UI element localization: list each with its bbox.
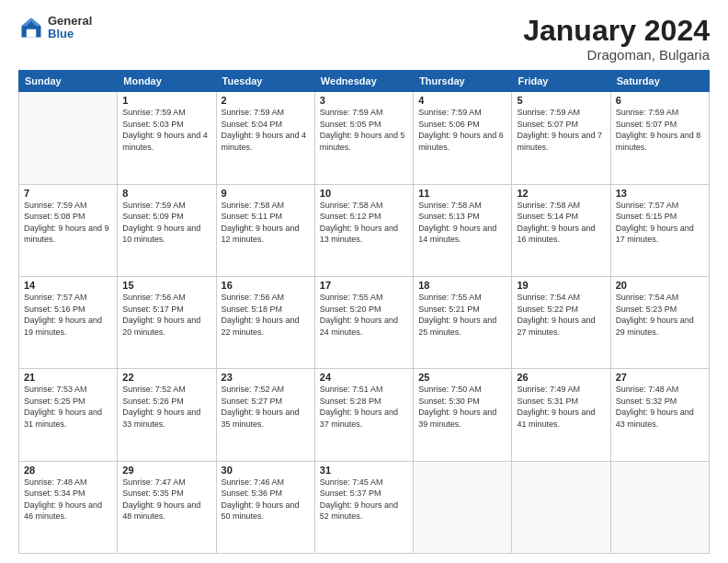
week-row-4: 21Sunrise: 7:53 AMSunset: 5:25 PMDayligh… <box>19 369 710 461</box>
calendar-cell-w5-d2: 30Sunrise: 7:46 AMSunset: 5:36 PMDayligh… <box>216 461 314 553</box>
day-info: Sunrise: 7:51 AMSunset: 5:28 PMDaylight:… <box>320 384 408 430</box>
day-info: Sunrise: 7:58 AMSunset: 5:14 PMDaylight:… <box>517 200 605 246</box>
week-row-2: 7Sunrise: 7:59 AMSunset: 5:08 PMDaylight… <box>19 184 710 276</box>
logo-icon <box>18 15 44 40</box>
day-info: Sunrise: 7:48 AMSunset: 5:32 PMDaylight:… <box>616 384 704 430</box>
day-number: 26 <box>517 372 605 383</box>
logo-general: General <box>48 15 92 28</box>
calendar-cell-w4-d0: 21Sunrise: 7:53 AMSunset: 5:25 PMDayligh… <box>19 369 118 461</box>
day-number: 2 <box>222 95 310 106</box>
calendar-header: Sunday Monday Tuesday Wednesday Thursday… <box>19 71 710 92</box>
week-row-5: 28Sunrise: 7:48 AMSunset: 5:34 PMDayligh… <box>19 461 710 553</box>
calendar-table: Sunday Monday Tuesday Wednesday Thursday… <box>18 70 710 554</box>
calendar-cell-w4-d6: 27Sunrise: 7:48 AMSunset: 5:32 PMDayligh… <box>610 369 709 461</box>
day-number: 19 <box>517 280 605 291</box>
calendar-cell-w1-d4: 4Sunrise: 7:59 AMSunset: 5:06 PMDaylight… <box>414 92 512 184</box>
day-info: Sunrise: 7:59 AMSunset: 5:06 PMDaylight:… <box>418 107 506 153</box>
day-info: Sunrise: 7:59 AMSunset: 5:08 PMDaylight:… <box>24 200 112 246</box>
day-info: Sunrise: 7:55 AMSunset: 5:20 PMDaylight:… <box>320 292 408 338</box>
day-number: 27 <box>616 372 704 383</box>
day-number: 16 <box>222 280 310 291</box>
header-thursday: Thursday <box>414 71 512 92</box>
day-info: Sunrise: 7:49 AMSunset: 5:31 PMDaylight:… <box>517 384 605 430</box>
day-info: Sunrise: 7:55 AMSunset: 5:21 PMDaylight:… <box>418 292 506 338</box>
calendar-cell-w4-d3: 24Sunrise: 7:51 AMSunset: 5:28 PMDayligh… <box>314 369 413 461</box>
calendar-cell-w3-d0: 14Sunrise: 7:57 AMSunset: 5:16 PMDayligh… <box>19 276 118 368</box>
calendar-cell-w1-d1: 1Sunrise: 7:59 AMSunset: 5:03 PMDaylight… <box>118 92 216 184</box>
day-number: 7 <box>24 188 112 199</box>
calendar-cell-w2-d5: 12Sunrise: 7:58 AMSunset: 5:14 PMDayligh… <box>512 184 610 276</box>
subtitle: Dragoman, Bulgaria <box>523 47 710 63</box>
calendar-cell-w3-d2: 16Sunrise: 7:56 AMSunset: 5:18 PMDayligh… <box>216 276 314 368</box>
day-info: Sunrise: 7:54 AMSunset: 5:23 PMDaylight:… <box>616 292 704 338</box>
day-info: Sunrise: 7:56 AMSunset: 5:17 PMDaylight:… <box>122 292 210 338</box>
calendar-cell-w5-d3: 31Sunrise: 7:45 AMSunset: 5:37 PMDayligh… <box>314 461 413 553</box>
calendar-cell-w2-d3: 10Sunrise: 7:58 AMSunset: 5:12 PMDayligh… <box>314 184 413 276</box>
calendar-cell-w5-d0: 28Sunrise: 7:48 AMSunset: 5:34 PMDayligh… <box>19 461 118 553</box>
day-number: 1 <box>122 95 210 106</box>
day-number: 29 <box>122 465 210 476</box>
day-number: 15 <box>122 280 210 291</box>
calendar-cell-w2-d4: 11Sunrise: 7:58 AMSunset: 5:13 PMDayligh… <box>414 184 512 276</box>
calendar-cell-w2-d1: 8Sunrise: 7:59 AMSunset: 5:09 PMDaylight… <box>118 184 216 276</box>
day-number: 23 <box>222 372 310 383</box>
day-info: Sunrise: 7:59 AMSunset: 5:07 PMDaylight:… <box>517 107 605 153</box>
day-number: 4 <box>418 95 506 106</box>
day-number: 21 <box>24 372 112 383</box>
calendar-cell-w1-d2: 2Sunrise: 7:59 AMSunset: 5:04 PMDaylight… <box>216 92 314 184</box>
header-monday: Monday <box>118 71 216 92</box>
day-number: 30 <box>222 465 310 476</box>
calendar-cell-w3-d1: 15Sunrise: 7:56 AMSunset: 5:17 PMDayligh… <box>118 276 216 368</box>
calendar-cell-w1-d5: 5Sunrise: 7:59 AMSunset: 5:07 PMDaylight… <box>512 92 610 184</box>
main-title: January 2024 <box>523 15 710 47</box>
day-number: 22 <box>122 372 210 383</box>
calendar-body: 1Sunrise: 7:59 AMSunset: 5:03 PMDaylight… <box>19 92 710 554</box>
day-number: 9 <box>222 188 310 199</box>
calendar-cell-w3-d5: 19Sunrise: 7:54 AMSunset: 5:22 PMDayligh… <box>512 276 610 368</box>
calendar-cell-w4-d4: 25Sunrise: 7:50 AMSunset: 5:30 PMDayligh… <box>414 369 512 461</box>
logo-blue: Blue <box>48 28 92 40</box>
day-info: Sunrise: 7:59 AMSunset: 5:05 PMDaylight:… <box>320 107 408 153</box>
calendar-cell-w4-d5: 26Sunrise: 7:49 AMSunset: 5:31 PMDayligh… <box>512 369 610 461</box>
day-info: Sunrise: 7:56 AMSunset: 5:18 PMDaylight:… <box>222 292 310 338</box>
day-info: Sunrise: 7:52 AMSunset: 5:26 PMDaylight:… <box>122 384 210 430</box>
calendar-cell-w3-d6: 20Sunrise: 7:54 AMSunset: 5:23 PMDayligh… <box>610 276 709 368</box>
day-info: Sunrise: 7:46 AMSunset: 5:36 PMDaylight:… <box>222 477 310 523</box>
page: General Blue January 2024 Dragoman, Bulg… <box>0 0 728 563</box>
header-saturday: Saturday <box>610 71 709 92</box>
calendar-cell-w2-d0: 7Sunrise: 7:59 AMSunset: 5:08 PMDaylight… <box>19 184 118 276</box>
day-info: Sunrise: 7:45 AMSunset: 5:37 PMDaylight:… <box>320 477 408 523</box>
calendar-cell-w1-d6: 6Sunrise: 7:59 AMSunset: 5:07 PMDaylight… <box>610 92 709 184</box>
header-sunday: Sunday <box>19 71 118 92</box>
day-info: Sunrise: 7:52 AMSunset: 5:27 PMDaylight:… <box>222 384 310 430</box>
day-info: Sunrise: 7:57 AMSunset: 5:15 PMDaylight:… <box>616 200 704 246</box>
day-number: 14 <box>24 280 112 291</box>
day-info: Sunrise: 7:59 AMSunset: 5:03 PMDaylight:… <box>122 107 210 153</box>
calendar-cell-w3-d4: 18Sunrise: 7:55 AMSunset: 5:21 PMDayligh… <box>414 276 512 368</box>
day-info: Sunrise: 7:54 AMSunset: 5:22 PMDaylight:… <box>517 292 605 338</box>
day-number: 5 <box>517 95 605 106</box>
day-number: 31 <box>320 465 408 476</box>
header-tuesday: Tuesday <box>216 71 314 92</box>
day-number: 8 <box>122 188 210 199</box>
calendar-cell-w5-d5 <box>512 461 610 553</box>
svg-rect-2 <box>27 29 37 38</box>
day-number: 13 <box>616 188 704 199</box>
calendar-cell-w1-d0 <box>19 92 118 184</box>
title-area: January 2024 Dragoman, Bulgaria <box>523 15 710 63</box>
day-info: Sunrise: 7:59 AMSunset: 5:04 PMDaylight:… <box>222 107 310 153</box>
header: General Blue January 2024 Dragoman, Bulg… <box>18 15 710 63</box>
day-number: 12 <box>517 188 605 199</box>
calendar-cell-w5-d4 <box>414 461 512 553</box>
day-number: 28 <box>24 465 112 476</box>
logo-text: General Blue <box>48 15 92 41</box>
header-friday: Friday <box>512 71 610 92</box>
week-row-1: 1Sunrise: 7:59 AMSunset: 5:03 PMDaylight… <box>19 92 710 184</box>
day-info: Sunrise: 7:58 AMSunset: 5:11 PMDaylight:… <box>222 200 310 246</box>
header-wednesday: Wednesday <box>314 71 413 92</box>
day-number: 6 <box>616 95 704 106</box>
calendar-cell-w1-d3: 3Sunrise: 7:59 AMSunset: 5:05 PMDaylight… <box>314 92 413 184</box>
calendar-cell-w2-d2: 9Sunrise: 7:58 AMSunset: 5:11 PMDaylight… <box>216 184 314 276</box>
day-number: 24 <box>320 372 408 383</box>
calendar-cell-w5-d1: 29Sunrise: 7:47 AMSunset: 5:35 PMDayligh… <box>118 461 216 553</box>
